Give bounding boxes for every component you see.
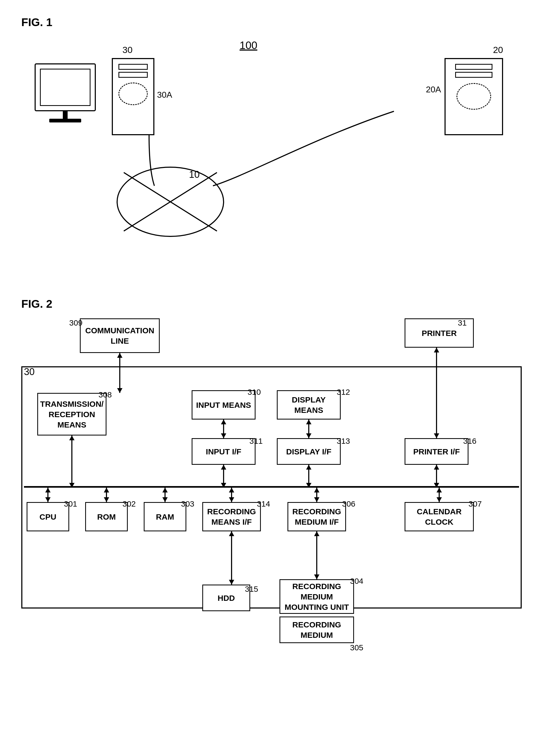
ref-308: 308 xyxy=(98,390,112,399)
ref-306: 306 xyxy=(342,499,355,508)
cpu-block: CPU xyxy=(27,502,69,531)
rec-med-mount-block: RECORDING MEDIUM MOUNTING UNIT xyxy=(279,579,354,614)
input-means-block: INPUT MEANS xyxy=(192,390,256,420)
fig2-diagram: COMMUNICATION LINE 309 PRINTER 31 30 TRA… xyxy=(21,318,527,686)
calendar-clock-block: CALENDAR CLOCK xyxy=(405,502,474,531)
svg-text:10: 10 xyxy=(189,169,200,180)
fig2-label: FIG. 2 xyxy=(21,298,522,310)
svg-line-2 xyxy=(124,172,217,231)
ref-313: 313 xyxy=(337,437,350,446)
svg-line-1 xyxy=(124,172,217,231)
rec-medium-if-block: RECORDING MEDIUM I/F xyxy=(287,502,346,531)
hdd-block: HDD xyxy=(202,585,250,611)
workstation-group xyxy=(35,63,96,122)
trans-recv-block: TRANSMISSION/ RECEPTION MEANS xyxy=(37,393,106,435)
input-if-block: INPUT I/F xyxy=(192,438,256,465)
ref-312: 312 xyxy=(337,388,350,397)
ref-304: 304 xyxy=(350,577,363,586)
ram-block: RAM xyxy=(144,502,186,531)
svg-marker-6 xyxy=(117,353,122,358)
fig1-diagram: 100 30 30A 20 20A xyxy=(21,37,522,276)
ref-303: 303 xyxy=(181,499,194,508)
rom-block: ROM xyxy=(85,502,128,531)
ref-307: 307 xyxy=(468,499,482,508)
rec-medium-block: RECORDING MEDIUM xyxy=(279,617,354,643)
ref-30: 30 xyxy=(24,366,35,377)
printer-if-block: PRINTER I/F xyxy=(405,438,468,465)
ref-316: 316 xyxy=(463,437,476,446)
ref-315: 315 xyxy=(245,585,258,594)
server-right: 20 20A xyxy=(445,58,503,135)
ref-301: 301 xyxy=(64,499,77,508)
display-means-block: DISPLAY MEANS xyxy=(277,390,341,420)
svg-marker-9 xyxy=(434,348,439,352)
ref-31: 31 xyxy=(458,318,467,327)
bus-line xyxy=(24,486,519,488)
ref-305: 305 xyxy=(350,643,363,652)
svg-point-0 xyxy=(117,167,224,236)
ref-311: 311 xyxy=(249,437,263,446)
rec-means-if-block: RECORDING MEANS I/F xyxy=(202,502,261,531)
ref-309: 309 xyxy=(69,318,83,327)
ref-302: 302 xyxy=(122,499,136,508)
ref-314: 314 xyxy=(257,499,270,508)
comm-line-block: COMMUNICATION LINE xyxy=(80,318,160,353)
fig1-label: FIG. 1 xyxy=(21,16,522,29)
ref-310: 310 xyxy=(248,388,261,397)
label-100: 100 xyxy=(240,39,257,51)
display-if-block: DISPLAY I/F xyxy=(277,438,341,465)
server-left: 30 30A xyxy=(112,58,154,135)
